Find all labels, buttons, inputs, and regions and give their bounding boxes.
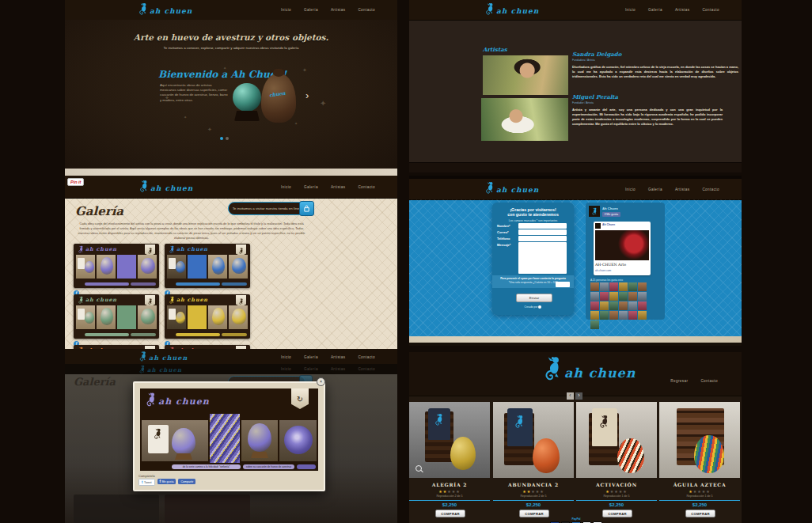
gallery-card-blue[interactable]: ah chuen (165, 244, 250, 288)
nav-item-inicio[interactable]: Inicio (625, 188, 636, 191)
product-photo-aguila[interactable] (659, 402, 740, 478)
lightbox-photo-egg-top-view[interactable] (279, 420, 317, 461)
shopping-bag-icon[interactable] (299, 201, 314, 216)
facebook-like-button[interactable]: fMe gusta (157, 479, 176, 484)
comprar-button[interactable]: COMPRAR (602, 510, 632, 517)
facebook-friends-grid[interactable] (590, 282, 648, 329)
carousel-dot-active[interactable] (220, 137, 223, 140)
close-icon[interactable]: × (317, 377, 325, 386)
lightbox-photo-box-and-egg[interactable] (142, 420, 208, 461)
carousel-next-icon[interactable]: › (305, 89, 309, 101)
screenshot-collage: ah chuen Inicio Galería Artistas Contact… (0, 0, 812, 523)
ahchuen-logo[interactable]: ah chuen (484, 2, 539, 15)
nav-item-artistas[interactable]: Artistas (331, 8, 346, 12)
nav-item-galeria[interactable]: Galería (304, 8, 318, 12)
artist-bio: Artista y amante del arte, soy una perso… (572, 108, 723, 127)
hero-bag-neck (273, 69, 284, 77)
tweet-button[interactable]: tTweet (138, 479, 155, 486)
gallery-body: Galería Te invitamos a visitar nuestra t… (65, 198, 397, 349)
gallery-card-green[interactable]: ah chuen (74, 294, 159, 339)
product-photo-abundancia[interactable] (493, 402, 574, 478)
nav-item-galeria[interactable]: Galería (648, 188, 662, 191)
carousel-dot[interactable] (226, 137, 229, 140)
page-bottom-strip (409, 336, 742, 343)
artist-name: Miguel Peralta (572, 93, 723, 100)
monkey-logo-icon (138, 351, 147, 362)
nav-item-inicio[interactable]: Inicio (281, 8, 291, 12)
nav-item-contacto[interactable]: Contacto (702, 188, 719, 191)
lightbox-more-tab[interactable] (297, 464, 316, 469)
product-name: ALEGRÍA 2 (409, 482, 490, 487)
magnifier-icon[interactable] (415, 465, 422, 472)
nav-item-contacto[interactable]: Contacto (358, 185, 375, 189)
home-subline: Te invitamos a conocer, explorar, compar… (65, 46, 397, 50)
monkey-logo-icon (78, 245, 84, 253)
facebook-share-button[interactable]: Compartir (178, 479, 195, 484)
captcha-band: Para prevenir el spam por favor contesta… (492, 275, 574, 288)
reproduction-label: Reproducción 2 de 5 (409, 495, 490, 498)
post-link[interactable]: ah-chuen.com (595, 269, 611, 272)
gallery-header: Pin it ah chuen Inicio Galería Artistas … (65, 176, 397, 199)
facebook-like-button[interactable]: f Me gusta (602, 212, 620, 217)
enviar-button[interactable]: Enviar (516, 294, 552, 302)
facebook-page-name[interactable]: Ah Chuen (602, 207, 618, 210)
pinterest-pinit-button[interactable]: Pin it (67, 178, 84, 186)
nav-item-galeria[interactable]: Galería (648, 8, 662, 12)
store-link-button[interactable]: Te invitamos a visitar nuestra tienda en… (228, 202, 305, 215)
nav-item-galeria[interactable]: Galería (304, 185, 318, 189)
ahchuen-logo[interactable]: ah chuen (138, 2, 192, 15)
product-photo-activacion[interactable] (576, 402, 657, 478)
brand-wordmark: ah chuen (150, 7, 192, 15)
hero-stand (234, 111, 260, 121)
mensaje-textarea[interactable] (518, 242, 567, 274)
ahchuen-logo[interactable]: ah chuen (484, 181, 539, 194)
ahchuen-logo[interactable]: ah chuen (138, 351, 188, 362)
next-page-icon[interactable]: › (575, 392, 582, 400)
nav-item-contacto[interactable]: Contacto (358, 8, 375, 12)
nav-item-contacto[interactable]: Contacto (700, 379, 718, 383)
home-headline: Arte en huevo de avestruz y otros objeto… (65, 32, 397, 42)
comprar-button[interactable]: COMPRAR (435, 510, 465, 517)
gallery-card-purple[interactable]: ah chuen (74, 244, 159, 288)
telefono-input[interactable] (518, 236, 567, 241)
comprar-button[interactable]: COMPRAR (685, 510, 715, 517)
product-photo-alegria[interactable] (409, 402, 490, 478)
home-header: ah chuen Inicio Galería Artistas Contact… (65, 0, 397, 21)
gallery-footer: ah chuen Inicio Galería Artistas Contact… (65, 349, 397, 364)
nav-item-artistas[interactable]: Artistas (331, 185, 346, 189)
nav-item-contacto[interactable]: Contacto (358, 355, 375, 359)
lightbox-photo-egg-on-stand[interactable] (241, 420, 278, 461)
monkey-logo-icon (542, 355, 563, 381)
home-hero: Arte en huevo de avestruz y otros objeto… (65, 20, 397, 169)
nav-item-regresar[interactable]: Regresar (670, 379, 688, 383)
reload-icon[interactable]: ↻ (291, 388, 309, 409)
nombre-input[interactable] (518, 223, 567, 229)
nav-item-inicio[interactable]: Inicio (281, 355, 291, 359)
nav-item-contacto[interactable]: Contacto (702, 8, 719, 12)
field-label-mensaje: Mensaje* (497, 243, 510, 247)
artist-name: Sandra Delgado (572, 51, 738, 58)
comprar-button[interactable]: COMPRAR (519, 510, 549, 517)
lightbox-caption-2: sobre su cascarón de huevo de avestruz (243, 464, 294, 469)
nav-item-artistas[interactable]: Artistas (675, 188, 690, 191)
correo-input[interactable] (518, 229, 567, 235)
ahchuen-logo-large[interactable]: ah chuen (542, 355, 636, 381)
nav-item-artistas[interactable]: Artistas (331, 355, 346, 359)
main-nav: Inicio Galería Artistas Contacto (625, 188, 719, 191)
ahchuen-logo[interactable]: ah chuen (138, 180, 193, 192)
nav-item-artistas[interactable]: Artistas (675, 8, 690, 12)
home-welcome-text: Aquí encontrarás obras de artistas mexic… (160, 83, 228, 103)
captcha-answer-input[interactable] (556, 282, 570, 287)
facebook-post-card[interactable]: Ah Chuen AH-CHUEN Arte ah-chuen.com (594, 222, 651, 275)
panel-home: ah chuen Inicio Galería Artistas Contact… (65, 0, 397, 176)
bottom-dark-strip (409, 343, 742, 346)
footer-nav: Inicio Galería Artistas Contacto (281, 355, 375, 359)
artist-photo-miguel (481, 98, 568, 141)
nav-item-galeria[interactable]: Galería (304, 355, 318, 359)
facebook-page-avatar (589, 206, 600, 217)
nav-item-inicio[interactable]: Inicio (625, 8, 636, 12)
gallery-card-yellow[interactable]: ah chuen (165, 294, 250, 339)
prev-page-icon[interactable]: ‹ (567, 392, 574, 400)
nav-item-inicio[interactable]: Inicio (281, 185, 291, 189)
lightbox-photo-pattern-detail[interactable] (210, 414, 240, 463)
